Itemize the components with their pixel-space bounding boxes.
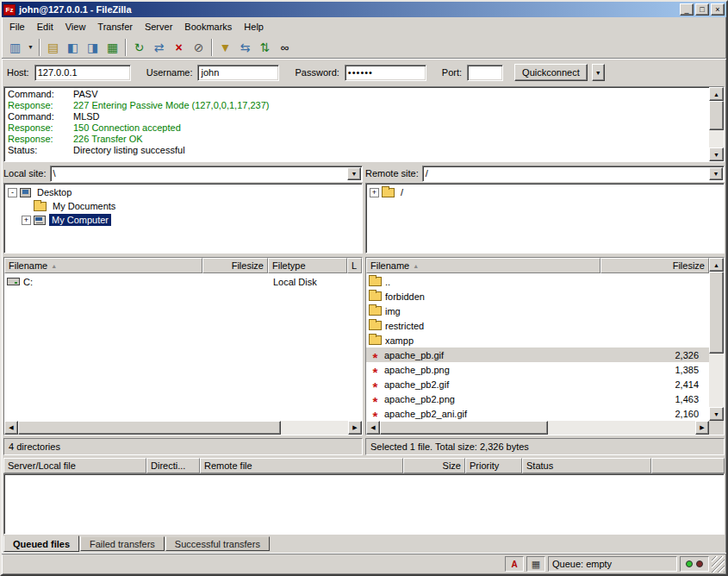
password-label: Password: [295, 67, 339, 78]
column-header-size[interactable]: Size [403, 458, 465, 473]
log-scrollbar[interactable]: ▲ ▼ [709, 87, 724, 161]
local-file-row[interactable]: C: Local Disk [4, 274, 362, 289]
filter-button[interactable]: ▼ [215, 37, 235, 57]
menu-bookmarks[interactable]: Bookmarks [178, 19, 238, 34]
scroll-down-icon[interactable]: ▼ [709, 407, 724, 421]
host-input[interactable] [34, 65, 131, 81]
scrollbar-thumb[interactable] [380, 421, 548, 435]
close-button[interactable]: × [711, 3, 725, 16]
scrollbar-track[interactable] [380, 421, 695, 435]
username-input[interactable] [197, 65, 279, 81]
local-site-combobox[interactable]: \ ▼ [50, 166, 363, 182]
transfer-queue-list[interactable] [3, 473, 725, 535]
remote-file-row[interactable]: restricted [366, 318, 709, 333]
column-header-priority[interactable]: Priority [465, 458, 522, 473]
password-input[interactable] [345, 65, 426, 81]
expand-icon[interactable]: + [370, 188, 379, 197]
transfer-queue-toggle-button[interactable]: ▦ [103, 37, 122, 57]
column-header-filesize[interactable]: Filesize [600, 258, 709, 273]
scroll-right-icon[interactable]: ▶ [695, 421, 709, 435]
quickconnect-dropdown-button[interactable]: ▼ [592, 64, 605, 81]
scroll-left-icon[interactable]: ◀ [366, 421, 380, 435]
column-header-server-local-file[interactable]: Server/Local file [3, 458, 146, 473]
remote-file-row[interactable]: xampp [366, 333, 709, 347]
port-input[interactable] [467, 65, 503, 81]
remote-vertical-scrollbar[interactable]: ▲ ▼ [709, 258, 724, 421]
transfer-type-indicator[interactable]: A [505, 556, 524, 572]
expand-icon[interactable]: + [22, 216, 31, 225]
tree-item-root[interactable]: + / [368, 185, 724, 199]
remote-horizontal-scrollbar[interactable]: ◀ ▶ [366, 421, 724, 435]
column-header-filename[interactable]: Filename▲ [366, 258, 600, 273]
column-header-filetype[interactable]: Filetype [268, 258, 347, 273]
column-header-direction[interactable]: Directi... [146, 458, 200, 473]
menu-server[interactable]: Server [139, 19, 178, 34]
tab-failed-transfers[interactable]: Failed transfers [80, 536, 165, 551]
keypad-indicator[interactable]: ▦ [526, 556, 545, 572]
image-file-icon: * [369, 398, 382, 406]
tab-successful-transfers[interactable]: Successful transfers [165, 536, 270, 551]
scroll-up-icon[interactable]: ▲ [709, 87, 724, 101]
process-queue-button[interactable]: ⇄ [149, 37, 169, 57]
collapse-icon[interactable]: - [8, 188, 17, 197]
local-horizontal-scrollbar[interactable]: ◀ ▶ [4, 421, 362, 435]
message-log-toggle-button[interactable]: ▤ [43, 37, 63, 57]
local-treeview-toggle-button[interactable]: ◧ [63, 37, 83, 57]
disconnect-button[interactable]: ⊘ [189, 37, 208, 57]
remote-file-row[interactable]: forbidden [366, 289, 709, 304]
scrollbar-thumb[interactable] [18, 421, 281, 435]
remote-file-row-selected[interactable]: *apache_pb.gif2,326 [366, 347, 709, 362]
scroll-right-icon[interactable]: ▶ [348, 421, 362, 435]
scrollbar-track[interactable] [709, 101, 724, 147]
menu-transfer[interactable]: Transfer [91, 19, 139, 34]
scroll-down-icon[interactable]: ▼ [709, 147, 724, 161]
remote-site-combobox[interactable]: / ▼ [422, 166, 725, 182]
remote-file-row[interactable]: *apache_pb2_ani.gif2,160 [366, 406, 709, 421]
column-label: Server/Local file [8, 460, 76, 471]
cancel-button[interactable]: × [169, 37, 189, 57]
file-name: restricted [385, 321, 614, 331]
remote-file-row[interactable]: *apache_pb.png1,385 [366, 362, 709, 377]
site-manager-button[interactable]: ▥ [5, 37, 25, 57]
menu-file[interactable]: File [3, 19, 31, 34]
column-header-filesize[interactable]: Filesize [202, 258, 268, 273]
tab-queued-files[interactable]: Queued files [3, 535, 79, 552]
scroll-up-icon[interactable]: ▲ [709, 258, 724, 272]
refresh-button[interactable]: ↻ [129, 37, 149, 57]
scrollbar-track[interactable] [709, 272, 724, 407]
scroll-left-icon[interactable]: ◀ [4, 421, 18, 435]
synchronized-browsing-button[interactable]: ⇅ [255, 37, 275, 57]
log-line: Status:Directory listing successful [8, 145, 708, 156]
remote-file-row[interactable]: img [366, 304, 709, 318]
maximize-button[interactable]: □ [695, 3, 709, 16]
remote-file-row[interactable]: *apache_pb2.gif2,414 [366, 377, 709, 391]
minimize-button[interactable]: _ [680, 3, 694, 16]
chevron-down-icon[interactable]: ▼ [709, 167, 723, 180]
activity-indicators [680, 556, 709, 572]
column-header-lastmodified[interactable]: L [347, 258, 362, 273]
remote-file-row[interactable]: *apache_pb2.png1,463 [366, 391, 709, 406]
scrollbar-track[interactable] [18, 421, 348, 435]
tree-item-desktop[interactable]: - Desktop [6, 185, 362, 199]
column-label: Filename [370, 260, 409, 271]
column-header-remote-file[interactable]: Remote file [200, 458, 403, 473]
remote-file-row[interactable]: .. [366, 274, 709, 289]
scrollbar-thumb[interactable] [709, 272, 724, 354]
remote-treeview-toggle-button[interactable]: ◨ [83, 37, 103, 57]
menu-view[interactable]: View [59, 19, 92, 34]
column-header-filename[interactable]: Filename▲ [4, 258, 202, 273]
menu-edit[interactable]: Edit [31, 19, 59, 34]
file-name: forbidden [385, 291, 614, 302]
menu-help[interactable]: Help [238, 19, 270, 34]
resize-grip[interactable] [712, 556, 725, 573]
scrollbar-thumb[interactable] [709, 101, 724, 130]
find-files-button[interactable]: ∞ [275, 37, 295, 57]
tree-item-my-computer[interactable]: + My Computer [6, 213, 362, 227]
local-status-text: 4 directories [3, 438, 363, 455]
tree-item-my-documents[interactable]: My Documents [6, 199, 362, 213]
chevron-down-icon[interactable]: ▼ [347, 167, 361, 180]
column-header-status[interactable]: Status [522, 458, 651, 473]
quickconnect-button[interactable]: Quickconnect [514, 64, 588, 81]
directory-comparison-button[interactable]: ⇆ [235, 37, 255, 57]
site-manager-dropdown-button[interactable]: ▼ [25, 37, 36, 57]
